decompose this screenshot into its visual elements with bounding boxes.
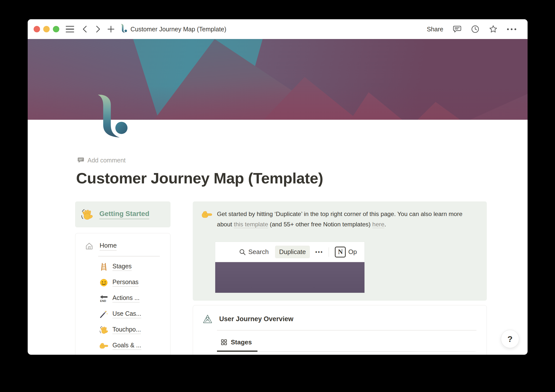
wave-icon xyxy=(81,208,93,221)
getting-started-link[interactable]: Getting Started xyxy=(99,210,149,219)
person-in-triangle-icon xyxy=(202,314,213,324)
embed-search-label: Search xyxy=(248,248,269,256)
nav-item-label: Actions ... xyxy=(112,294,140,302)
callout-text-segment: . xyxy=(384,221,386,228)
embed-toolbar: Search Duplicate ••• N Op xyxy=(215,242,364,262)
nav-item-stages[interactable]: Stages xyxy=(99,259,170,275)
new-tab-icon[interactable] xyxy=(107,25,115,33)
getting-started-callout: Getting Started xyxy=(75,201,171,227)
nav-item-label: Stages xyxy=(112,263,132,271)
nav-item-goals[interactable]: Goals & ... xyxy=(99,338,170,354)
app-window: Customer Journey Map (Template) Share xyxy=(28,19,528,355)
here-link[interactable]: here xyxy=(372,221,384,228)
search-icon xyxy=(239,249,246,255)
nav-home-link[interactable]: Home xyxy=(100,242,117,251)
nav-item-use-cases[interactable]: Use Cas... xyxy=(99,306,170,322)
page-title[interactable]: Customer Journey Map (Template) xyxy=(76,169,323,187)
svg-text:END: END xyxy=(100,299,106,302)
ladder-icon xyxy=(99,262,108,272)
this-template-link[interactable]: this template xyxy=(234,221,268,228)
history-clock-icon[interactable] xyxy=(471,25,479,33)
point-right-icon xyxy=(201,209,213,220)
close-window-button[interactable] xyxy=(34,26,40,32)
help-button[interactable]: ? xyxy=(501,330,519,348)
share-button[interactable]: Share xyxy=(427,26,443,33)
nav-item-label: Use Cas... xyxy=(112,310,141,318)
notion-logo-icon: N xyxy=(335,247,346,257)
forward-icon[interactable] xyxy=(94,25,102,33)
add-comment-button[interactable]: Add comment xyxy=(77,157,126,164)
traffic-lights xyxy=(34,26,59,32)
tab-underline xyxy=(217,351,476,352)
nav-item-actions[interactable]: END Actions ... xyxy=(99,291,170,306)
more-options-icon[interactable] xyxy=(507,28,516,30)
house-icon xyxy=(84,241,94,251)
workspace-logo-icon xyxy=(121,24,127,34)
point-right-icon xyxy=(99,341,108,351)
embed-open-label: Op xyxy=(348,248,357,256)
nav-home-row[interactable]: Home xyxy=(84,241,170,251)
menu-icon[interactable] xyxy=(66,26,74,33)
duplicate-hint-image: Search Duplicate ••• N Op xyxy=(215,242,364,293)
nav-divider xyxy=(98,256,160,256)
user-journey-overview-card: User Journey Overview Stages xyxy=(193,305,487,355)
minimize-window-button[interactable] xyxy=(43,26,50,32)
window-title: Customer Journey Map (Template) xyxy=(130,26,226,33)
embed-cover-fragment xyxy=(215,262,364,293)
comments-icon[interactable] xyxy=(453,25,462,34)
titlebar: Customer Journey Map (Template) Share xyxy=(28,19,528,39)
overview-card-title[interactable]: User Journey Overview xyxy=(219,315,293,323)
smiley-icon xyxy=(99,278,108,287)
duplicate-instructions-callout: Get started by hitting ‘Duplicate’ in th… xyxy=(193,201,487,301)
comment-bubble-icon xyxy=(77,157,85,164)
nav-item-touchpoints[interactable]: Touchpo... xyxy=(99,322,170,338)
favorite-star-icon[interactable] xyxy=(489,25,498,34)
callout-text: Get started by hitting ‘Duplicate’ in th… xyxy=(217,209,478,230)
callout-text-segment: (and 55+ other free Notion templates) xyxy=(268,221,372,228)
tab-stages-label: Stages xyxy=(231,338,252,346)
embed-duplicate-button: Duplicate xyxy=(275,246,310,258)
nav-item-label: Goals & ... xyxy=(112,342,141,350)
add-comment-label: Add comment xyxy=(87,157,126,164)
embed-more-icon: ••• xyxy=(315,249,323,255)
page-icon-logo[interactable] xyxy=(97,94,128,140)
nav-item-label: Personas xyxy=(112,278,139,287)
embed-divider xyxy=(329,247,329,257)
navigation-card: Home Stages xyxy=(75,233,171,355)
nav-item-label: Touchpo... xyxy=(112,326,141,334)
back-icon[interactable] xyxy=(81,25,88,33)
end-arrow-icon: END xyxy=(99,294,108,303)
wave-icon xyxy=(99,325,108,335)
zoom-window-button[interactable] xyxy=(53,26,59,32)
magic-wand-icon xyxy=(99,310,108,319)
nav-item-personas[interactable]: Personas xyxy=(99,275,170,291)
tab-stages[interactable]: Stages xyxy=(221,338,487,346)
overview-divider xyxy=(217,330,476,331)
grid-view-icon xyxy=(221,339,227,346)
